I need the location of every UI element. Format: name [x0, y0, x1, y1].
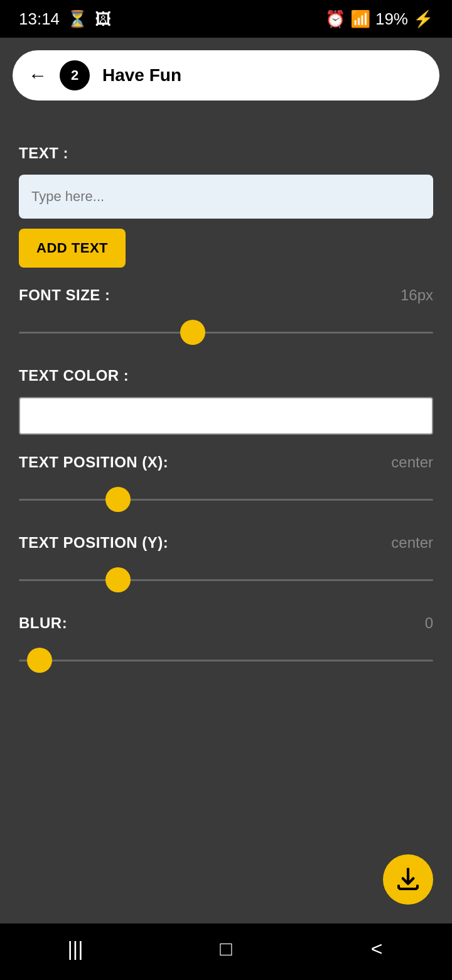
font-size-label: FONT SIZE : — [19, 286, 110, 304]
blur-label: BLUR: — [19, 614, 67, 632]
text-color-label: TEXT COLOR : — [19, 367, 433, 384]
home-icon: □ — [220, 937, 232, 961]
status-left: 13:14 ⏳ 🖼 — [19, 9, 111, 29]
text-label: TEXT : — [19, 144, 433, 162]
font-size-header: FONT SIZE : 16px — [19, 286, 433, 304]
text-section: TEXT : ADD TEXT — [19, 144, 433, 268]
blur-section: BLUR: 0 — [19, 614, 433, 726]
main-content: ← 2 Have Fun TEXT : ADD TEXT FONT SIZE :… — [0, 38, 452, 923]
download-button[interactable] — [383, 854, 433, 905]
battery-display: 19% — [375, 9, 408, 29]
blur-slider-container[interactable] — [19, 645, 433, 676]
recents-icon: ||| — [68, 937, 83, 961]
image-icon: 🖼 — [95, 9, 111, 29]
header-bar: ← 2 Have Fun — [13, 50, 439, 101]
alarm-icon: ⏰ — [325, 9, 345, 29]
timer-icon: ⏳ — [67, 9, 87, 29]
bottom-nav: ||| □ < — [0, 923, 452, 980]
time-display: 13:14 — [19, 9, 60, 29]
font-size-slider-track — [19, 332, 433, 334]
text-position-x-section: TEXT POSITION (X): center — [19, 454, 433, 515]
battery-icon: ⚡ — [413, 9, 433, 29]
recents-button[interactable]: ||| — [56, 930, 94, 967]
status-right: ⏰ 📶 19% ⚡ — [325, 9, 433, 29]
form-area: TEXT : ADD TEXT FONT SIZE : 16px TEXT CO… — [0, 101, 452, 739]
back-nav-icon: < — [371, 937, 383, 961]
font-size-value: 16px — [401, 286, 433, 304]
font-size-slider-container[interactable] — [19, 317, 433, 348]
back-arrow-icon: ← — [28, 65, 47, 86]
page-title: Have Fun — [102, 65, 181, 85]
signal-icon: 📶 — [350, 9, 370, 29]
text-position-y-slider-container[interactable] — [19, 564, 433, 596]
status-bar: 13:14 ⏳ 🖼 ⏰ 📶 19% ⚡ — [0, 0, 452, 38]
blur-slider-thumb[interactable] — [27, 648, 52, 673]
font-size-slider-thumb[interactable] — [180, 320, 205, 345]
add-text-button[interactable]: ADD TEXT — [19, 229, 126, 268]
text-position-x-label: TEXT POSITION (X): — [19, 454, 168, 471]
text-position-y-slider-thumb[interactable] — [105, 567, 131, 592]
text-position-y-label: TEXT POSITION (Y): — [19, 534, 168, 552]
back-button[interactable]: ← — [28, 65, 47, 86]
text-position-x-value: center — [391, 454, 433, 471]
download-icon — [396, 867, 421, 892]
step-number: 2 — [71, 67, 78, 84]
text-position-x-header: TEXT POSITION (X): center — [19, 454, 433, 471]
text-position-x-slider-thumb[interactable] — [105, 487, 131, 512]
text-position-x-slider-container[interactable] — [19, 484, 433, 515]
back-nav-button[interactable]: < — [358, 930, 396, 967]
font-size-section: FONT SIZE : 16px — [19, 286, 433, 348]
blur-value: 0 — [425, 614, 433, 632]
text-position-y-header: TEXT POSITION (Y): center — [19, 534, 433, 552]
text-position-y-value: center — [391, 534, 433, 552]
text-position-x-slider-track — [19, 499, 433, 501]
text-input[interactable] — [19, 175, 433, 219]
text-position-y-section: TEXT POSITION (Y): center — [19, 534, 433, 596]
home-button[interactable]: □ — [207, 930, 245, 967]
color-swatch[interactable] — [19, 397, 433, 435]
text-position-y-slider-track — [19, 579, 433, 581]
blur-header: BLUR: 0 — [19, 614, 433, 632]
step-badge: 2 — [60, 60, 90, 90]
blur-slider-track — [19, 660, 433, 662]
text-color-section: TEXT COLOR : — [19, 367, 433, 435]
